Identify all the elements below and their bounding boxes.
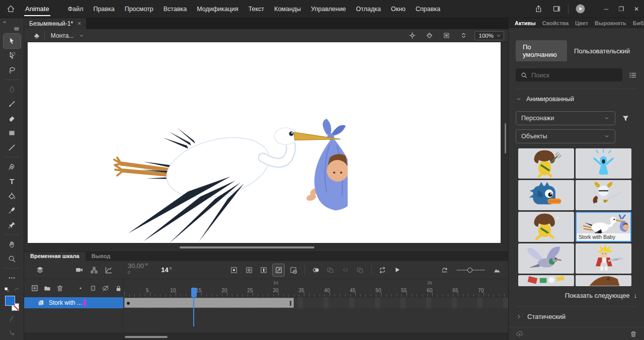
section-static[interactable]: Статический bbox=[516, 307, 637, 326]
share-icon[interactable] bbox=[532, 3, 545, 16]
delete-asset-icon[interactable] bbox=[629, 330, 637, 338]
layers-icon[interactable] bbox=[34, 264, 46, 276]
asset-thumbnail-running-character[interactable] bbox=[518, 212, 574, 242]
menu-item-8[interactable]: Отладка bbox=[352, 4, 385, 15]
asset-mode-1[interactable]: Пользовательский bbox=[567, 44, 637, 58]
timeline-zoom-slider[interactable] bbox=[456, 270, 486, 271]
menu-item-2[interactable]: Просмотр bbox=[120, 4, 158, 15]
rectangle-tool[interactable] bbox=[4, 126, 21, 140]
hand-tool[interactable] bbox=[4, 237, 21, 251]
menu-item-1[interactable]: Правка bbox=[89, 4, 119, 15]
frames-area[interactable]: 5101520253035404550556065701s2s bbox=[123, 279, 508, 333]
menu-item-5[interactable]: Текст bbox=[244, 4, 269, 15]
frame-view-icon[interactable] bbox=[491, 264, 503, 276]
panel-tab-библиотека[interactable]: Библиотека bbox=[633, 20, 644, 26]
section-animated[interactable]: Анимированный bbox=[516, 95, 637, 104]
insert-frame-icon[interactable] bbox=[258, 264, 270, 276]
zoom-tool[interactable] bbox=[4, 251, 21, 266]
graph-editor-icon[interactable] bbox=[103, 264, 114, 276]
eyedropper-tool[interactable] bbox=[4, 203, 21, 218]
classic-brush-tool[interactable] bbox=[4, 97, 21, 111]
canvas-horizontal-scrollbar[interactable] bbox=[180, 246, 314, 248]
frame-span[interactable] bbox=[124, 298, 294, 308]
asset-thumbnail-pigeon-character[interactable] bbox=[518, 243, 574, 274]
search-input[interactable] bbox=[531, 71, 597, 79]
line-tool[interactable] bbox=[4, 140, 21, 155]
paint-bucket-tool[interactable] bbox=[4, 189, 21, 203]
tool-rail-menu-icon[interactable] bbox=[13, 25, 20, 32]
remove-frame-icon[interactable] bbox=[287, 264, 299, 276]
eraser-tool[interactable] bbox=[4, 111, 21, 126]
current-frame[interactable]: 14К bbox=[161, 266, 172, 274]
fill-stroke-swatches[interactable] bbox=[4, 296, 20, 311]
timeline-tab-0[interactable]: Временная шкала bbox=[24, 252, 86, 261]
more-tools[interactable] bbox=[4, 271, 21, 285]
text-tool[interactable]: T bbox=[4, 174, 21, 189]
add-folder-icon[interactable] bbox=[43, 282, 52, 294]
edit-multiple-frames-icon[interactable] bbox=[325, 264, 336, 276]
asset-mode-0[interactable]: По умолчанию bbox=[516, 40, 567, 61]
menu-item-6[interactable]: Команды bbox=[270, 4, 305, 15]
search-box[interactable] bbox=[516, 68, 622, 81]
asset-thumbnail-blue-bird-character[interactable] bbox=[518, 180, 574, 210]
panel-tab-свойства[interactable]: Свойства bbox=[542, 20, 569, 26]
menu-item-0[interactable]: Файл bbox=[63, 4, 88, 15]
show-next-link[interactable]: Показать следующее ↓ bbox=[516, 292, 637, 299]
onion-outline-icon[interactable] bbox=[354, 264, 366, 276]
layer-color-marker[interactable] bbox=[84, 299, 86, 306]
keyframe-dot[interactable] bbox=[127, 302, 130, 305]
stage[interactable] bbox=[28, 42, 501, 243]
lasso-tool[interactable] bbox=[4, 63, 21, 77]
asset-warp-tool[interactable] bbox=[4, 218, 21, 232]
insert-keyframe-icon[interactable] bbox=[228, 264, 240, 276]
timeline-tab-1[interactable]: Вывод bbox=[86, 252, 117, 261]
default-colors-icon[interactable] bbox=[4, 286, 11, 294]
type-dropdown[interactable]: Объекты bbox=[516, 129, 615, 143]
scrollbar-thumb[interactable] bbox=[125, 336, 168, 338]
subselection-tool[interactable] bbox=[4, 48, 21, 63]
stork-with-baby-artwork[interactable] bbox=[113, 118, 348, 242]
scene-selector[interactable]: Монта... bbox=[51, 32, 85, 39]
workspace-icon[interactable] bbox=[550, 3, 563, 16]
menu-item-7[interactable]: Управление bbox=[306, 4, 351, 15]
asset-thumbnail-farmer-character[interactable] bbox=[518, 148, 574, 179]
asset-thumbnail-knight-character[interactable] bbox=[576, 180, 631, 210]
zoom-level-select[interactable]: 100% bbox=[474, 31, 504, 40]
rotate-view-icon[interactable] bbox=[423, 29, 436, 42]
pen-tool[interactable] bbox=[4, 159, 21, 174]
delete-layer-icon[interactable] bbox=[55, 282, 64, 294]
list-view-icon[interactable] bbox=[628, 71, 637, 79]
menu-item-3[interactable]: Вставка bbox=[159, 4, 191, 15]
reset-timeline-zoom-icon[interactable] bbox=[438, 264, 450, 276]
minimize-button[interactable]: ─ bbox=[599, 3, 614, 16]
fluid-brush-tool[interactable] bbox=[4, 82, 21, 97]
canvas[interactable] bbox=[24, 42, 508, 251]
slider-knob[interactable] bbox=[467, 268, 472, 273]
insert-blank-keyframe-icon[interactable] bbox=[243, 264, 255, 276]
bone-tool[interactable] bbox=[4, 312, 21, 326]
asset-thumbnail-partial-asset-2[interactable] bbox=[576, 275, 631, 286]
frame-rate[interactable]: 30,00К/С bbox=[128, 262, 149, 278]
layer-parenting-icon[interactable] bbox=[88, 264, 100, 276]
maximize-button[interactable]: ❐ bbox=[614, 3, 629, 16]
asset-thumbnail-crying-character[interactable] bbox=[576, 148, 631, 179]
layer-row[interactable]: Stork with ... bbox=[24, 297, 123, 308]
close-button[interactable]: ✕ bbox=[629, 3, 644, 16]
lock-layers-icon[interactable] bbox=[114, 282, 123, 294]
collapse-panel-icon[interactable]: « bbox=[3, 19, 6, 25]
playhead-marker[interactable] bbox=[191, 288, 197, 297]
asset-thumbnail-warrior-character[interactable] bbox=[576, 243, 631, 274]
layer-frame-strip[interactable] bbox=[123, 297, 508, 308]
menu-item-9[interactable]: Окно bbox=[386, 4, 410, 15]
camera-icon[interactable] bbox=[73, 264, 85, 276]
onion-skin-icon[interactable] bbox=[310, 264, 321, 276]
add-layer-icon[interactable] bbox=[30, 282, 39, 294]
upload-asset-icon[interactable] bbox=[515, 329, 524, 338]
outline-layers-icon[interactable] bbox=[89, 282, 98, 294]
swap-colors-icon[interactable] bbox=[13, 286, 20, 293]
menu-item-4[interactable]: Модификация bbox=[192, 4, 243, 15]
auto-keyframe-icon[interactable] bbox=[273, 264, 284, 276]
category-dropdown[interactable]: Персонажи bbox=[516, 111, 615, 125]
panel-tab-цвет[interactable]: Цвет bbox=[575, 20, 588, 26]
close-tab-icon[interactable]: × bbox=[77, 20, 81, 27]
